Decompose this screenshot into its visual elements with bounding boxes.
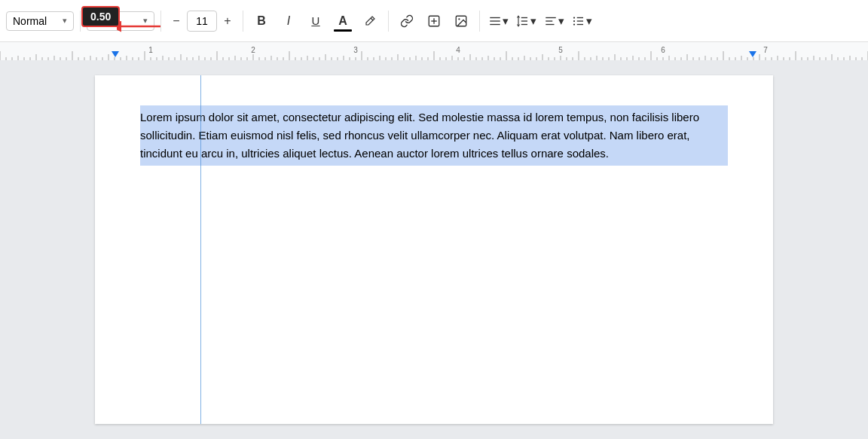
format-dropdown-arrow: ▾ — [558, 14, 564, 28]
indent-value: 0.50 — [90, 11, 111, 23]
svg-point-18 — [573, 20, 575, 21]
insert-comment-button[interactable] — [422, 9, 446, 33]
underline-button[interactable]: U — [304, 9, 328, 33]
insert-image-button[interactable] — [449, 9, 473, 33]
toolbar-divider-1 — [80, 11, 81, 32]
highlight-button[interactable] — [358, 9, 382, 33]
ruler — [0, 42, 868, 60]
format-button[interactable]: ▾ — [542, 9, 567, 33]
align-button[interactable]: ▾ — [486, 9, 511, 33]
document-area: Lorem ipsum dolor sit amet, consectetur … — [0, 60, 868, 439]
style-label: Normal — [13, 15, 47, 27]
increase-font-size-button[interactable]: + — [219, 11, 237, 32]
pen-icon — [364, 15, 376, 27]
svg-point-4 — [458, 18, 460, 20]
document: Lorem ipsum dolor sit amet, consectetur … — [95, 75, 773, 424]
list-dropdown-arrow: ▾ — [586, 14, 592, 28]
document-paragraph[interactable]: Lorem ipsum dolor sit amet, consectetur … — [140, 105, 728, 166]
list-icon — [572, 14, 585, 28]
toolbar: Normal ▾ Arial ▾ − + B I U A — [0, 0, 868, 42]
toolbar-divider-3 — [243, 11, 243, 32]
red-arrow-indicator — [117, 20, 162, 35]
style-dropdown[interactable]: Normal ▾ — [6, 11, 74, 31]
font-size-control: − + — [167, 11, 237, 32]
svg-point-19 — [573, 23, 575, 25]
decrease-font-size-button[interactable]: − — [167, 11, 185, 32]
list-button[interactable]: ▾ — [570, 9, 594, 33]
font-size-input[interactable] — [187, 11, 217, 32]
link-button[interactable] — [395, 9, 419, 33]
format-icon — [544, 14, 558, 28]
line-spacing-button[interactable]: ▾ — [514, 9, 539, 33]
insert-comment-icon — [427, 14, 441, 28]
toolbar-divider-5 — [479, 11, 480, 32]
bold-button[interactable]: B — [249, 9, 274, 33]
line-spacing-icon — [516, 14, 530, 28]
italic-button[interactable]: I — [277, 9, 301, 33]
toolbar-divider-4 — [388, 11, 389, 32]
align-icon — [488, 14, 502, 28]
image-icon — [454, 14, 468, 28]
align-dropdown-arrow: ▾ — [503, 14, 509, 28]
link-icon — [400, 14, 414, 28]
right-margin-marker[interactable] — [749, 51, 756, 57]
indent-tooltip: 0.50 — [81, 6, 120, 27]
line-spacing-dropdown-arrow: ▾ — [530, 14, 536, 28]
font-color-indicator — [334, 29, 352, 32]
font-color-button[interactable]: A — [331, 9, 355, 33]
style-arrow: ▾ — [63, 16, 67, 26]
paragraph-text: Lorem ipsum dolor sit amet, consectetur … — [140, 111, 699, 160]
left-margin-marker[interactable] — [112, 51, 119, 57]
svg-point-17 — [573, 17, 575, 18]
ruler-canvas — [0, 42, 868, 60]
